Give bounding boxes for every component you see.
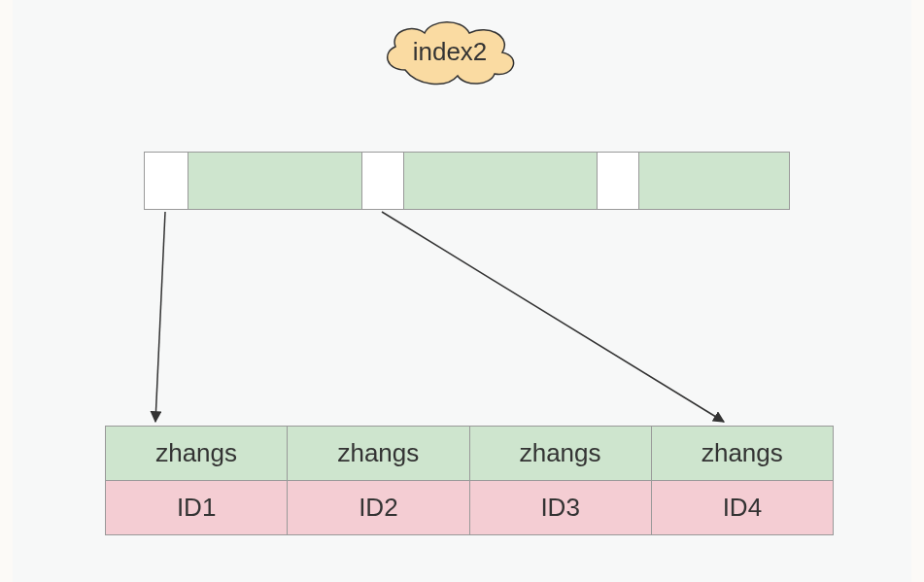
bar-fill <box>188 153 361 209</box>
index-cloud-label: index2 <box>376 14 524 89</box>
name-cell: zhangs <box>470 427 652 480</box>
arrow <box>382 212 724 422</box>
bar-gap <box>361 153 403 209</box>
id-cell: ID1 <box>106 481 288 534</box>
name-cell: zhangs <box>288 427 469 480</box>
id-cell: ID4 <box>652 481 833 534</box>
table-row-ids: ID1ID2ID3ID4 <box>106 480 833 534</box>
bar-gap <box>597 153 639 209</box>
bar-fill <box>403 153 597 209</box>
arrow <box>155 212 165 422</box>
index-bar <box>144 152 790 210</box>
index-cloud: index2 <box>376 14 524 89</box>
bar-fill <box>638 153 788 209</box>
id-cell: ID3 <box>470 481 652 534</box>
name-cell: zhangs <box>652 427 833 480</box>
id-cell: ID2 <box>288 481 469 534</box>
data-table: zhangszhangszhangszhangs ID1ID2ID3ID4 <box>105 426 834 535</box>
bar-gap <box>145 153 188 209</box>
name-cell: zhangs <box>106 427 288 480</box>
diagram-canvas: index2 zhangszhangszhangszhangs ID1ID2ID… <box>13 0 911 582</box>
table-row-names: zhangszhangszhangszhangs <box>106 427 833 480</box>
